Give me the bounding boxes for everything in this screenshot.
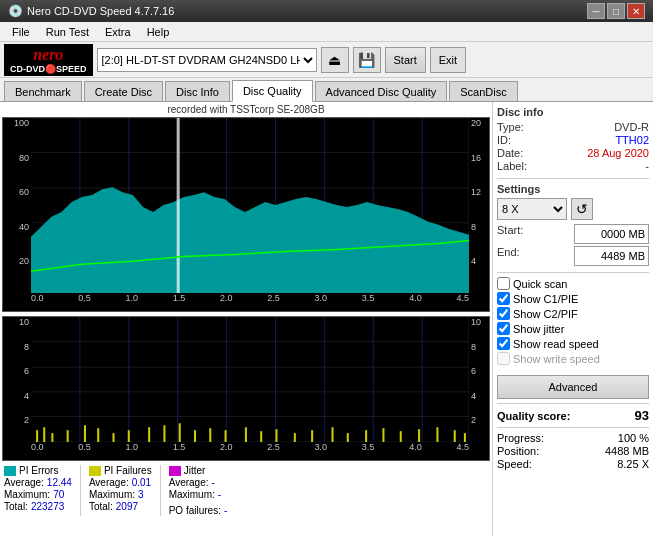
divider-3: [497, 403, 649, 404]
jitter-avg-label: Average:: [169, 477, 209, 488]
app-title: Nero CD-DVD Speed 4.7.7.16: [27, 5, 174, 17]
svg-rect-34: [67, 430, 69, 442]
divider-1: [497, 178, 649, 179]
show-write-speed-checkbox: [497, 352, 510, 365]
disc-info-section: Disc info Type: DVD-R ID: TTH02 Date: 28…: [497, 106, 649, 172]
chart-top-y-axis-left: 100 80 60 40 20: [3, 118, 31, 291]
show-read-speed-row: Show read speed: [497, 337, 649, 350]
menu-extra[interactable]: Extra: [97, 24, 139, 40]
refresh-button[interactable]: ↺: [571, 198, 593, 220]
svg-rect-47: [275, 429, 277, 442]
tab-disc-info[interactable]: Disc Info: [165, 81, 230, 101]
svg-rect-54: [400, 431, 402, 442]
menu-bar: File Run Test Extra Help: [0, 22, 653, 42]
chart-bottom-svg: [31, 317, 469, 442]
pi-failures-color: [89, 466, 101, 476]
show-c1-pie-checkbox[interactable]: [497, 292, 510, 305]
start-button[interactable]: Start: [385, 47, 426, 73]
position-row: Position: 4488 MB: [497, 445, 649, 457]
position-label: Position:: [497, 445, 539, 457]
tab-advanced-disc-quality[interactable]: Advanced Disc Quality: [315, 81, 448, 101]
end-input[interactable]: [574, 246, 649, 266]
app-icon: 💿: [8, 4, 23, 18]
save-button[interactable]: 💾: [353, 47, 381, 73]
menu-run-test[interactable]: Run Test: [38, 24, 97, 40]
eject-button[interactable]: ⏏: [321, 47, 349, 73]
svg-rect-45: [245, 427, 247, 442]
jitter-avg-value: -: [212, 477, 215, 488]
chart-top-x-axis: 0.0 0.5 1.0 1.5 2.0 2.5 3.0 3.5 4.0 4.5: [31, 293, 469, 311]
speed-row: 8 X ↺: [497, 198, 649, 220]
exit-button[interactable]: Exit: [430, 47, 466, 73]
start-input[interactable]: [574, 224, 649, 244]
show-read-speed-label: Show read speed: [513, 338, 599, 350]
quick-scan-row: Quick scan: [497, 277, 649, 290]
tab-benchmark[interactable]: Benchmark: [4, 81, 82, 101]
speed-value: 8.25 X: [617, 458, 649, 470]
speed-row-2: Speed: 8.25 X: [497, 458, 649, 470]
svg-rect-15: [177, 118, 180, 293]
disc-type-row: Type: DVD-R: [497, 121, 649, 133]
show-c1-pie-row: Show C1/PIE: [497, 292, 649, 305]
tab-scan-disc[interactable]: ScanDisc: [449, 81, 517, 101]
show-write-speed-row: Show write speed: [497, 352, 649, 365]
settings-section: Settings 8 X ↺ Start: End:: [497, 183, 649, 266]
drive-select[interactable]: [2:0] HL-DT-ST DVDRAM GH24NSD0 LH00: [97, 48, 317, 72]
show-c2-pif-row: Show C2/PIF: [497, 307, 649, 320]
start-row: Start:: [497, 224, 649, 244]
chart-bottom-x-axis: 0.0 0.5 1.0 1.5 2.0 2.5 3.0 3.5 4.0 4.5: [31, 442, 469, 460]
chart-top-y-axis-right: 20 16 12 8 4: [469, 118, 489, 291]
tab-disc-quality[interactable]: Disc Quality: [232, 80, 313, 102]
show-write-speed-label: Show write speed: [513, 353, 600, 365]
pi-failures-max-label: Maximum:: [89, 489, 135, 500]
tab-create-disc[interactable]: Create Disc: [84, 81, 163, 101]
legend-pi-failures: PI Failures Average: 0.01 Maximum: 3 Tot…: [89, 465, 152, 516]
legend: PI Errors Average: 12.44 Maximum: 70 Tot…: [2, 461, 490, 520]
position-value: 4488 MB: [605, 445, 649, 457]
svg-rect-50: [331, 427, 333, 442]
chart-bottom-inner: [31, 317, 469, 442]
pi-errors-label: PI Errors: [19, 465, 58, 476]
divider-4: [497, 427, 649, 428]
minimize-button[interactable]: ─: [587, 3, 605, 19]
disc-label-label: Label:: [497, 160, 527, 172]
quality-score-row: Quality score: 93: [497, 408, 649, 423]
svg-rect-48: [294, 433, 296, 442]
pi-errors-total-value: 223273: [31, 501, 64, 512]
speed-select[interactable]: 8 X: [497, 198, 567, 220]
menu-file[interactable]: File: [4, 24, 38, 40]
svg-rect-49: [311, 430, 313, 442]
jitter-color: [169, 466, 181, 476]
show-jitter-checkbox[interactable]: [497, 322, 510, 335]
progress-value: 100 %: [618, 432, 649, 444]
pi-errors-color: [4, 466, 16, 476]
pi-failures-label: PI Failures: [104, 465, 152, 476]
svg-rect-42: [194, 430, 196, 442]
svg-rect-36: [97, 428, 99, 442]
disc-date-value: 28 Aug 2020: [587, 147, 649, 159]
quality-score-value: 93: [635, 408, 649, 423]
pi-failures-total-value: 2097: [116, 501, 138, 512]
disc-id-row: ID: TTH02: [497, 134, 649, 146]
end-row: End:: [497, 246, 649, 266]
disc-type-value: DVD-R: [614, 121, 649, 133]
svg-rect-43: [209, 428, 211, 442]
show-c2-pif-checkbox[interactable]: [497, 307, 510, 320]
show-c1-pie-label: Show C1/PIE: [513, 293, 578, 305]
quick-scan-checkbox[interactable]: [497, 277, 510, 290]
show-read-speed-checkbox[interactable]: [497, 337, 510, 350]
close-button[interactable]: ✕: [627, 3, 645, 19]
chart-bottom: 10 8 6 4 2 10 8 6 4 2: [2, 316, 490, 461]
title-bar-controls: ─ □ ✕: [587, 3, 645, 19]
svg-rect-52: [365, 430, 367, 442]
maximize-button[interactable]: □: [607, 3, 625, 19]
svg-rect-44: [225, 430, 227, 442]
advanced-button[interactable]: Advanced: [497, 375, 649, 399]
svg-rect-41: [179, 423, 181, 442]
menu-help[interactable]: Help: [139, 24, 178, 40]
svg-rect-39: [148, 427, 150, 442]
start-label: Start:: [497, 224, 523, 244]
disc-date-row: Date: 28 Aug 2020: [497, 147, 649, 159]
svg-rect-37: [112, 433, 114, 442]
toolbar: nero CD-DVD🔴SPEED [2:0] HL-DT-ST DVDRAM …: [0, 42, 653, 78]
